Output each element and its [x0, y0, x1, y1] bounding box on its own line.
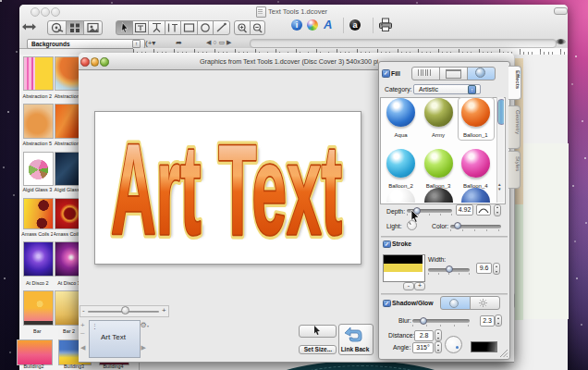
svg-text:Art Text: Art Text [111, 117, 342, 262]
